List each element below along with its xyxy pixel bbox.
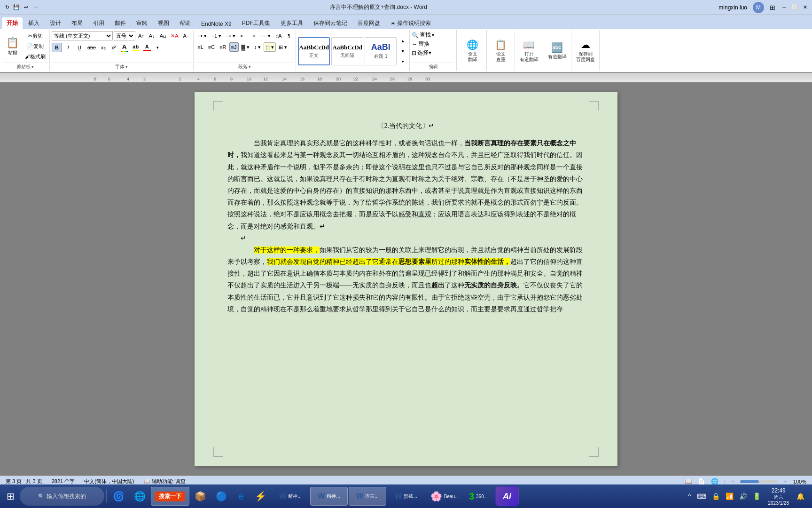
outline-list-btn[interactable]: ≡◦ ▾ [224, 31, 237, 40]
font-shrink-btn[interactable]: A↓ [147, 31, 157, 40]
youdao-translate2-btn[interactable]: 🔤 有道翻译 [543, 30, 571, 71]
ai-btn[interactable]: Ai [495, 486, 519, 506]
tab-home[interactable]: 开始 [2, 17, 23, 29]
clear-format-btn[interactable]: ✕A [169, 31, 180, 40]
web-view-btn[interactable]: 🌐 [711, 478, 718, 485]
tab-cloud-save[interactable]: 保存到云笔记 [309, 17, 352, 29]
format-special-btn[interactable]: A≡ [181, 31, 192, 40]
zoom-out-btn[interactable]: ─ [731, 479, 735, 484]
style-expand[interactable]: ▾ [398, 57, 407, 66]
show-hidden-icon[interactable]: ^ [686, 492, 693, 501]
font-expand-icon[interactable]: ▾ [125, 64, 128, 69]
keyboard-icon[interactable]: ⌨ [695, 492, 708, 501]
style-scroll-down[interactable]: ▼ [398, 47, 407, 56]
style-normal[interactable]: AaBbCcDd 正文 [298, 37, 330, 65]
taskbar-chrome[interactable]: 🔵 [211, 487, 232, 506]
font-family-select[interactable]: 等线 (中文正文) [52, 31, 113, 40]
taskbar-search-btn[interactable]: 搜索一下 [151, 487, 189, 506]
style-heading1[interactable]: AaBI 标题 1 [365, 37, 397, 65]
select-label[interactable]: 选择▾ [417, 49, 431, 57]
align-justify-btn[interactable]: ≡J [229, 42, 239, 52]
paper-check-btn[interactable]: 📋 论文查重 [487, 30, 515, 71]
taskbar-browser[interactable]: 🌐 [130, 487, 150, 506]
find-expand-icon[interactable]: ▾ [432, 32, 434, 38]
redo-btn[interactable]: ↪ [32, 4, 39, 11]
font-grow-btn[interactable]: A↑ [136, 31, 146, 40]
tab-help[interactable]: 帮助 [175, 17, 195, 29]
underline-btn[interactable]: U [74, 43, 85, 52]
baidu-save-btn[interactable]: ☁ 保存到百度网盘 [571, 30, 600, 71]
font-color-expand-btn[interactable]: ▾ [153, 43, 163, 52]
sort-btn[interactable]: ↕A [273, 31, 283, 40]
taskbar-beau[interactable]: 🌸 Beau... [426, 487, 463, 506]
text-effect-btn[interactable]: A [119, 42, 130, 53]
battery-icon[interactable]: 🔋 [751, 492, 763, 501]
page-view-btn[interactable]: 📄 [698, 478, 705, 485]
tab-mail[interactable]: 邮件 [110, 17, 131, 29]
replace-label[interactable]: 替换 [418, 40, 429, 48]
decrease-indent-btn[interactable]: ⇤ [238, 31, 248, 40]
taskbar-search[interactable]: 🔍 输入你想搜索的 [20, 487, 104, 506]
bold-btn[interactable]: B [52, 43, 62, 52]
format-painter-btn[interactable]: 🖌 格式刷 [23, 52, 47, 61]
clipboard-expand-icon[interactable]: ▾ [31, 64, 34, 69]
copy-btn[interactable]: 📄 复制 [23, 41, 47, 51]
taskbar-app1[interactable]: 📦 [190, 487, 211, 506]
line-spacing-btn[interactable]: ↕ ▾ [252, 42, 263, 52]
tab-insert[interactable]: 插入 [23, 17, 44, 29]
youdao-translate-btn[interactable]: 📖 打开有道翻译 [515, 30, 543, 71]
highlight-btn[interactable]: ab [131, 42, 141, 53]
tab-review[interactable]: 审阅 [132, 17, 152, 29]
full-translate-btn[interactable]: 🌐 全文翻译 [459, 30, 487, 71]
taskbar-edge[interactable]: e [233, 487, 250, 506]
numbered-list-btn[interactable]: ≡1 ▾ [210, 31, 224, 40]
zoom-in-btn[interactable]: + [783, 479, 786, 484]
para-expand-icon[interactable]: ▾ [249, 64, 251, 69]
read-view-btn[interactable]: 📖 [685, 478, 692, 485]
tab-view[interactable]: 视图 [153, 17, 174, 29]
network-icon[interactable]: 📶 [724, 492, 735, 501]
start-btn[interactable]: ⊞ [2, 487, 19, 506]
undo-btn[interactable]: ↩ [23, 4, 29, 11]
save-btn[interactable]: 💾 [13, 4, 20, 11]
align-left-btn[interactable]: ≡L [195, 42, 205, 52]
tab-design[interactable]: 设计 [45, 17, 66, 29]
minimize-btn[interactable]: ─ [781, 4, 788, 11]
taskbar-hejie[interactable]: W 贺截... [387, 487, 425, 506]
italic-btn[interactable]: I [63, 43, 73, 52]
cut-btn[interactable]: ✂ 剪切 [23, 31, 47, 40]
bullet-list-btn[interactable]: ≡• ▾ [195, 31, 208, 40]
tab-more-tools[interactable]: 更多工具 [276, 17, 308, 29]
volume-icon[interactable]: 🔊 [737, 492, 749, 501]
subscript-btn[interactable]: x₂ [99, 43, 108, 52]
tab-endnote[interactable]: EndNote X9 [196, 19, 236, 29]
taskbar-jingshen2[interactable]: W 精神... [310, 487, 348, 506]
increase-indent-btn[interactable]: ⇥ [249, 31, 258, 40]
tab-references[interactable]: 引用 [88, 17, 109, 29]
tab-layout[interactable]: 布局 [67, 17, 87, 29]
paste-btn[interactable]: 📋 粘贴 [3, 32, 22, 61]
column-layout-btn[interactable]: ▓ ▾ [240, 42, 251, 52]
spell-check[interactable]: 📖 辅助功能: 调查 [144, 478, 186, 485]
taskbar-kuaiyingshi[interactable]: ⚡ [250, 487, 271, 506]
style-scroll-up[interactable]: ▲ [398, 36, 407, 46]
font-case-btn[interactable]: Aa [158, 31, 168, 40]
notification-icon[interactable]: 🔔 [795, 492, 806, 501]
taskbar-jingshen1[interactable]: W 精神... [272, 487, 309, 506]
find-label[interactable]: 查找 [420, 31, 431, 39]
show-marks-btn[interactable]: ¶ [284, 31, 294, 40]
taskbar-360[interactable]: 3 360... [464, 487, 492, 506]
layout-btn[interactable]: ⊞ [770, 4, 775, 11]
close-btn[interactable]: ✕ [802, 4, 808, 11]
lock-icon[interactable]: 🔒 [710, 492, 722, 501]
shading-btn[interactable]: ◻ ▾ [264, 42, 276, 52]
taskbar-xuyan[interactable]: W 序言... [349, 487, 386, 506]
tab-search-help[interactable]: ☀操作说明搜索 [386, 17, 436, 29]
tab-baidu[interactable]: 百度网盘 [353, 17, 385, 29]
clock[interactable]: 22:49 周六2023/1/28 [765, 486, 793, 507]
tab-pdf[interactable]: PDF工具集 [237, 17, 275, 29]
border-btn[interactable]: ⊞ ▾ [277, 42, 289, 52]
doc-paragraph-1[interactable]: 当我肯定真理的真实形态就是它的这种科学性时，或者换句话说也一样，当我断言真理的存… [227, 137, 585, 232]
font-size-select[interactable]: 五号 [114, 31, 135, 40]
align-center-btn[interactable]: ≡C [206, 42, 217, 52]
